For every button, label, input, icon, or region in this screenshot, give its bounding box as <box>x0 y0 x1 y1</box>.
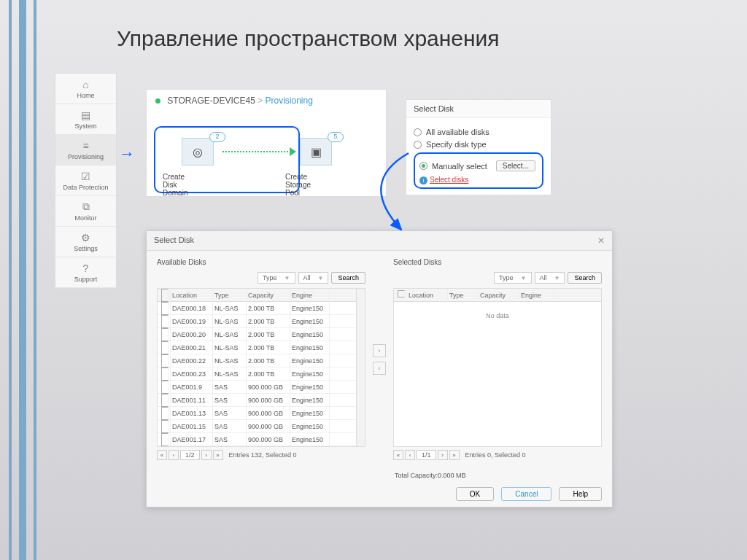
page-next[interactable]: › <box>438 450 448 460</box>
device-name: STORAGE-DEVICE45 <box>167 96 255 106</box>
row-checkbox[interactable] <box>161 420 169 433</box>
table-row[interactable]: DAE000.19NL-SAS2.000 TBEngine150 <box>158 315 356 328</box>
row-checkbox[interactable] <box>161 341 169 354</box>
pane-title: Selected Disks <box>393 258 602 266</box>
sidebar-label: Support <box>74 276 98 283</box>
table-row[interactable]: DAE000.18NL-SAS2.000 TBEngine150 <box>158 302 356 315</box>
card-label-storage-pool: Create Storage Pool <box>285 173 311 197</box>
row-checkbox[interactable] <box>161 302 169 315</box>
select-all-checkbox[interactable] <box>398 290 405 298</box>
pager-status: Entries 132, Selected 0 <box>229 451 297 459</box>
total-capacity: Total Capacity:0.000 MB <box>395 472 466 479</box>
table-row[interactable]: DAE001.13SAS900.000 GBEngine150 <box>158 407 356 420</box>
pane-title: Available Disks <box>157 258 365 266</box>
filter-select[interactable]: All▼ <box>535 272 565 284</box>
move-right-button[interactable]: › <box>373 344 386 357</box>
no-data-text: No data <box>394 302 601 330</box>
row-checkbox[interactable] <box>161 407 169 420</box>
connector-arrow-icon <box>343 146 474 241</box>
available-disks-pane: Available Disks Type▼ All▼ Search Locati… <box>157 258 365 460</box>
search-button[interactable]: Search <box>568 272 602 284</box>
page-first[interactable]: « <box>157 450 167 460</box>
table-row[interactable]: DAE000.23NL-SAS2.000 TBEngine150 <box>158 368 356 381</box>
panel-title: Select Disk <box>406 100 551 118</box>
sidebar-icon: ☑ <box>81 171 90 182</box>
sidebar-label: Data Protection <box>63 184 108 191</box>
storage-pool-icon[interactable]: ▣ <box>300 138 332 166</box>
type-select[interactable]: Type▼ <box>494 272 531 284</box>
sidebar-icon: ≡ <box>82 140 88 152</box>
slide-title: Управление пространством хранения <box>117 26 500 51</box>
help-button[interactable]: Help <box>559 487 602 501</box>
close-icon[interactable]: ✕ <box>597 236 605 246</box>
page-last[interactable]: » <box>213 450 223 460</box>
select-button[interactable]: Select... <box>496 160 535 171</box>
breadcrumb-page[interactable]: Provisioning <box>266 96 313 106</box>
sidebar-label: Provisioning <box>68 153 104 160</box>
page-first[interactable]: « <box>393 450 403 460</box>
selected-disks-pane: Selected Disks Type▼ All▼ Search Locatio… <box>393 258 602 460</box>
filter-select[interactable]: All▼ <box>298 272 329 284</box>
row-checkbox[interactable] <box>161 315 169 328</box>
table-row[interactable]: DAE001.17SAS900.000 GBEngine150 <box>158 433 356 446</box>
dialog-title: Select Disk <box>154 236 194 246</box>
sidebar-item-home[interactable]: ⌂Home <box>55 74 116 104</box>
row-checkbox[interactable] <box>161 354 169 368</box>
select-all-checkbox[interactable] <box>161 289 169 302</box>
badge-count: 2 <box>209 132 225 142</box>
page-next[interactable]: › <box>201 450 212 460</box>
row-checkbox[interactable] <box>161 368 169 381</box>
table-row[interactable]: DAE001.9SAS900.000 GBEngine150 <box>158 381 356 394</box>
type-select[interactable]: Type▼ <box>258 272 295 284</box>
arrow-tip-icon <box>290 147 296 156</box>
badge-count: 5 <box>328 132 344 142</box>
search-button[interactable]: Search <box>331 272 365 284</box>
sidebar: ⌂Home▤System≡Provisioning☑Data Protectio… <box>55 73 117 289</box>
table-header: Location Type Capacity Engine <box>158 289 356 302</box>
connector-line <box>222 151 291 152</box>
sidebar-label: Home <box>77 92 94 99</box>
cancel-button[interactable]: Cancel <box>501 487 551 501</box>
row-checkbox[interactable] <box>161 328 169 341</box>
card-label-disk-domain: Create Disk Domain <box>163 173 187 197</box>
table-row[interactable]: DAE001.11SAS900.000 GBEngine150 <box>158 394 356 407</box>
sidebar-icon: ▤ <box>81 109 90 121</box>
sidebar-item-monitor[interactable]: ⧉Monitor <box>55 196 116 227</box>
sidebar-icon: ? <box>83 262 89 274</box>
page-select[interactable]: 1/1 <box>417 450 436 460</box>
move-left-button[interactable]: ‹ <box>373 362 386 375</box>
sidebar-icon: ⚙ <box>81 232 90 244</box>
sidebar-item-system[interactable]: ▤System <box>55 104 116 135</box>
page-last[interactable]: » <box>449 450 460 460</box>
table-row[interactable]: DAE000.20NL-SAS2.000 TBEngine150 <box>158 328 356 341</box>
ok-button[interactable]: OK <box>456 487 494 501</box>
scrollbar[interactable] <box>356 289 365 446</box>
sidebar-icon: ⌂ <box>82 79 88 90</box>
page-select[interactable]: 1/2 <box>180 450 200 460</box>
table-row[interactable]: DAE000.22NL-SAS2.000 TBEngine150 <box>158 354 356 368</box>
pager-status: Entries 0, Selected 0 <box>465 451 526 459</box>
page-prev[interactable]: ‹ <box>169 450 179 460</box>
sidebar-label: Settings <box>74 245 98 252</box>
row-checkbox[interactable] <box>161 433 169 446</box>
table-row[interactable]: DAE000.21NL-SAS2.000 TBEngine150 <box>158 341 356 354</box>
table-header: Location Type Capacity Engine <box>394 289 601 302</box>
sidebar-item-settings[interactable]: ⚙Settings <box>55 227 116 257</box>
row-checkbox[interactable] <box>161 381 169 394</box>
breadcrumb: STORAGE-DEVICE45 > Provisioning <box>147 90 386 112</box>
status-dot-icon <box>155 98 160 104</box>
row-checkbox[interactable] <box>161 394 169 407</box>
sidebar-label: Monitor <box>74 214 96 222</box>
disk-domain-icon[interactable]: ◎ <box>182 138 214 166</box>
table-row[interactable]: DAE001.15SAS900.000 GBEngine150 <box>158 420 356 433</box>
radio-all-disks[interactable]: All available disks <box>414 128 543 136</box>
sidebar-item-provisioning[interactable]: ≡Provisioning <box>55 135 116 166</box>
arrow-icon: → <box>119 144 135 163</box>
sidebar-item-data-protection[interactable]: ☑Data Protection <box>55 166 116 196</box>
page-prev[interactable]: ‹ <box>405 450 415 460</box>
sidebar-label: System <box>74 122 96 130</box>
radio-label: All available disks <box>426 128 489 136</box>
sidebar-icon: ⧉ <box>82 201 90 213</box>
select-disk-dialog: Select Disk ✕ Available Disks Type▼ All▼… <box>146 230 613 508</box>
sidebar-item-support[interactable]: ?Support <box>55 257 116 288</box>
